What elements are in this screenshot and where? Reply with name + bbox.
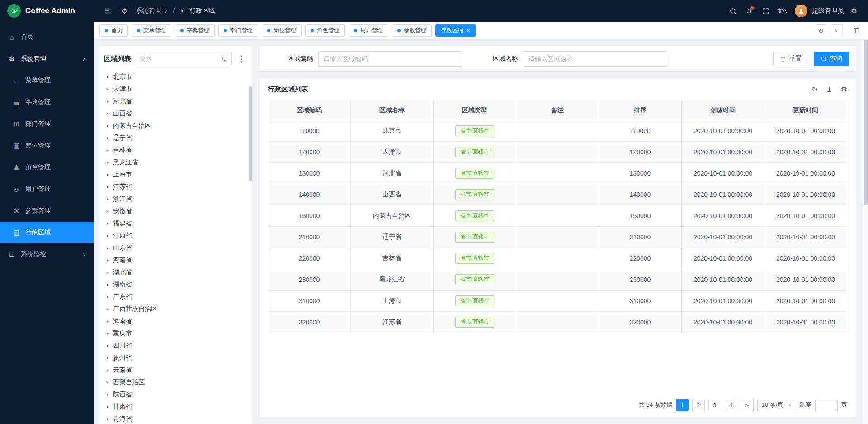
tree-search-input[interactable]	[140, 56, 219, 62]
page-button-4[interactable]: 4	[725, 399, 737, 411]
table-row[interactable]: 130000河北省省市/直辖市1300002020-10-01 00:00:00…	[268, 163, 847, 184]
page-button-2[interactable]: 2	[692, 399, 705, 411]
density-button[interactable]	[826, 86, 833, 93]
table-row[interactable]: 320000江苏省省市/直辖市3200002020-10-01 00:00:00…	[268, 312, 847, 333]
region-code-input[interactable]	[318, 51, 462, 67]
user-name[interactable]: 超级管理员	[812, 7, 844, 15]
sidebar-item-home[interactable]: ⌂首页	[0, 26, 94, 48]
tree-item[interactable]: ▸北京市	[104, 71, 247, 83]
caret-right-icon[interactable]: ▸	[107, 135, 109, 140]
more-options-button[interactable]: ⋮	[236, 55, 247, 63]
tree-item[interactable]: ▸重庆市	[104, 327, 247, 339]
table-row[interactable]: 150000内蒙古自治区省市/直辖市1500002020-10-01 00:00…	[268, 205, 847, 227]
sidebar-item-dict[interactable]: ▤字典管理	[0, 91, 94, 113]
tree-item[interactable]: ▸青海省	[104, 413, 247, 424]
caret-right-icon[interactable]: ▸	[107, 123, 109, 128]
search-button[interactable]	[725, 3, 741, 19]
caret-right-icon[interactable]: ▸	[107, 257, 109, 262]
tab-param[interactable]: 参数管理	[392, 24, 432, 37]
reset-button[interactable]: 重置	[773, 52, 808, 66]
tree-item[interactable]: ▸山东省	[104, 242, 247, 254]
caret-right-icon[interactable]: ▸	[107, 319, 109, 324]
translate-button[interactable]: 文A	[774, 3, 789, 19]
caret-right-icon[interactable]: ▸	[107, 355, 109, 360]
tree-item[interactable]: ▸黑龙江省	[104, 156, 247, 168]
tree-item[interactable]: ▸上海市	[104, 168, 247, 181]
tree-item[interactable]: ▸天津市	[104, 83, 247, 95]
search-submit-button[interactable]: 查询	[814, 52, 849, 66]
notifications-button[interactable]	[741, 3, 757, 19]
tab-post[interactable]: 岗位管理	[262, 24, 302, 37]
close-icon[interactable]: ×	[467, 28, 470, 34]
caret-right-icon[interactable]: ▸	[107, 209, 109, 214]
page-size-select[interactable]: 10 条/页 ∨	[757, 399, 796, 411]
fullscreen-button[interactable]	[758, 3, 773, 19]
tree-item[interactable]: ▸海南省	[104, 315, 247, 327]
tree-item[interactable]: ▸云南省	[104, 364, 247, 376]
caret-right-icon[interactable]: ▸	[107, 343, 109, 348]
region-name-input[interactable]	[524, 51, 667, 67]
caret-right-icon[interactable]: ▸	[107, 367, 109, 372]
tab-user[interactable]: 用户管理	[349, 24, 388, 37]
jump-page-input[interactable]	[815, 399, 838, 411]
tree-item[interactable]: ▸湖南省	[104, 278, 247, 291]
table-row[interactable]: 140000山西省省市/直辖市1400002020-10-01 00:00:00…	[268, 184, 847, 205]
table-row[interactable]: 110000北京市省市/直辖市1100002020-10-01 00:00:00…	[268, 120, 847, 142]
table-row[interactable]: 310000上海市省市/直辖市3100002020-10-01 00:00:00…	[268, 291, 847, 312]
caret-right-icon[interactable]: ▸	[107, 270, 109, 275]
sidebar-item-system[interactable]: ⚙系统管理∧	[0, 48, 94, 70]
refresh-table-button[interactable]: ↻	[811, 85, 817, 94]
layout-toggle-button[interactable]	[850, 24, 863, 37]
search-icon[interactable]	[222, 56, 228, 62]
caret-right-icon[interactable]: ▸	[107, 331, 109, 336]
tab-home[interactable]: 首页	[99, 24, 128, 37]
caret-right-icon[interactable]: ▸	[107, 172, 109, 177]
sidebar-item-region[interactable]: ▥行政区域	[0, 222, 94, 243]
sidebar-item-user[interactable]: ☺用户管理	[0, 178, 94, 200]
tree-item[interactable]: ▸陕西省	[104, 388, 247, 400]
tree-item[interactable]: ▸辽宁省	[104, 132, 247, 144]
tree-item[interactable]: ▸甘肃省	[104, 400, 247, 413]
sidebar-item-monitor[interactable]: ⊡系统监控∨	[0, 243, 94, 265]
table-row[interactable]: 210000辽宁省省市/直辖市2100002020-10-01 00:00:00…	[268, 227, 847, 248]
page-scrollbar[interactable]	[863, 22, 868, 424]
caret-right-icon[interactable]: ▸	[107, 404, 109, 409]
caret-right-icon[interactable]: ▸	[107, 380, 109, 385]
caret-right-icon[interactable]: ▸	[107, 233, 109, 238]
tab-region[interactable]: 行政区域×	[435, 24, 476, 37]
tree-item[interactable]: ▸浙江省	[104, 193, 247, 205]
column-settings-button[interactable]: ⚙	[841, 85, 847, 94]
sidebar-item-role[interactable]: ♟角色管理	[0, 157, 94, 178]
tree-item[interactable]: ▸四川省	[104, 339, 247, 352]
table-row[interactable]: 120000天津市省市/直辖市1200002020-10-01 00:00:00…	[268, 142, 847, 163]
caret-right-icon[interactable]: ▸	[107, 86, 109, 91]
tree-item[interactable]: ▸广西壮族自治区	[104, 303, 247, 315]
caret-right-icon[interactable]: ▸	[107, 148, 109, 152]
tree-item[interactable]: ▸湖北省	[104, 266, 247, 278]
tree-item[interactable]: ▸河南省	[104, 254, 247, 266]
tree-item[interactable]: ▸江西省	[104, 229, 247, 242]
page-scrollbar-thumb[interactable]	[864, 28, 868, 205]
tree-scrollbar[interactable]	[249, 86, 252, 181]
refresh-page-icon[interactable]: ⚙	[117, 3, 132, 19]
sidebar-item-post[interactable]: ▣岗位管理	[0, 135, 94, 157]
settings-button[interactable]: ⚙	[846, 3, 862, 19]
tree-item[interactable]: ▸安徽省	[104, 205, 247, 217]
caret-right-icon[interactable]: ▸	[107, 306, 109, 311]
tree-item[interactable]: ▸山西省	[104, 107, 247, 119]
caret-right-icon[interactable]: ▸	[107, 99, 109, 104]
caret-right-icon[interactable]: ▸	[107, 294, 109, 299]
caret-right-icon[interactable]: ▸	[107, 282, 109, 287]
tree-item[interactable]: ▸内蒙古自治区	[104, 119, 247, 132]
table-row[interactable]: 220000吉林省省市/直辖市2200002020-10-01 00:00:00…	[268, 248, 847, 269]
refresh-tabs-button[interactable]: ↻	[815, 24, 827, 37]
breadcrumb-section[interactable]: 系统管理	[136, 7, 161, 15]
sidebar-item-menu[interactable]: ≡菜单管理	[0, 70, 94, 91]
tab-dict[interactable]: 字典管理	[175, 24, 215, 37]
avatar[interactable]	[795, 5, 807, 17]
tree-item[interactable]: ▸河北省	[104, 95, 247, 107]
caret-right-icon[interactable]: ▸	[107, 196, 109, 201]
caret-right-icon[interactable]: ▸	[107, 111, 109, 116]
tree-item[interactable]: ▸西藏自治区	[104, 376, 247, 388]
tree-item[interactable]: ▸广东省	[104, 291, 247, 303]
